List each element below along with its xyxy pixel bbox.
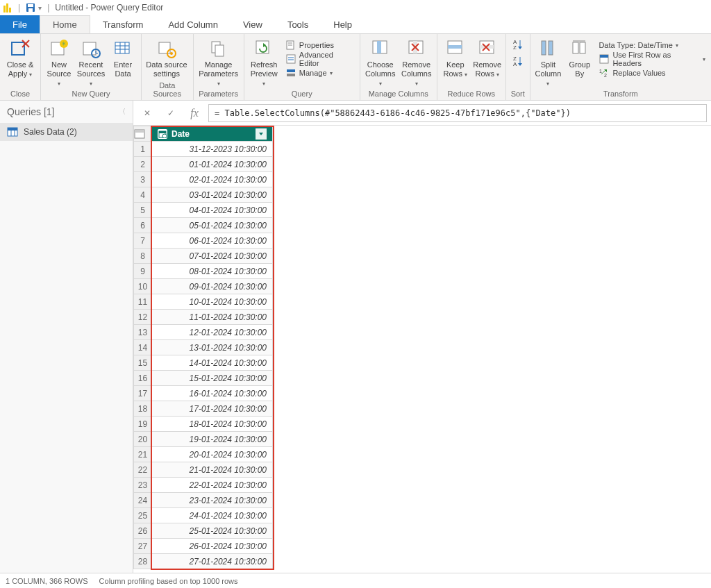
data-type-button[interactable]: Data Type: Date/Time ▾ [596, 38, 708, 52]
cell-date[interactable]: 24-01-2024 10:30:00 [152, 508, 273, 523]
svg-point-23 [170, 52, 173, 55]
row-number[interactable]: 16 [134, 371, 152, 386]
cell-date[interactable]: 02-01-2024 10:30:00 [152, 172, 273, 187]
tab-file[interactable]: File [0, 15, 40, 33]
cell-date[interactable]: 13-01-2024 10:30:00 [152, 340, 273, 355]
cell-date[interactable]: 21-01-2024 10:30:00 [152, 462, 273, 478]
keep-rows-button[interactable]: Keep Rows ▾ [440, 35, 471, 79]
group-by-button[interactable]: Group By [564, 35, 594, 78]
cell-date[interactable]: 15-01-2024 10:30:00 [152, 371, 273, 386]
cell-date[interactable]: 18-01-2024 10:30:00 [152, 417, 273, 432]
cell-date[interactable]: 26-01-2024 10:30:00 [152, 539, 273, 554]
manage-parameters-button[interactable]: Manage Parameters ▾ [196, 35, 241, 88]
row-number[interactable]: 8 [134, 249, 152, 264]
tab-transform[interactable]: Transform [90, 15, 156, 33]
row-number[interactable]: 24 [134, 493, 152, 508]
row-number[interactable]: 20 [134, 432, 152, 447]
data-source-settings-button[interactable]: Data source settings [144, 35, 189, 78]
cell-date[interactable]: 01-01-2024 10:30:00 [152, 157, 273, 172]
cell-date[interactable]: 11-01-2024 10:30:00 [152, 310, 273, 325]
cell-date[interactable]: 31-12-2023 10:30:00 [152, 142, 273, 157]
row-number[interactable]: 10 [134, 279, 152, 294]
choose-columns-button[interactable]: Choose Columns ▾ [363, 35, 398, 88]
tab-tools[interactable]: Tools [275, 15, 321, 33]
row-number[interactable]: 4 [134, 187, 152, 203]
cell-date[interactable]: 10-01-2024 10:30:00 [152, 294, 273, 310]
tab-home[interactable]: Home [40, 15, 90, 33]
ribbon: Close & Apply ▾ Close ✶ New Source ▾ Rec… [0, 33, 711, 101]
split-column-button[interactable]: Split Column ▾ [533, 35, 563, 88]
query-item-sales-data[interactable]: Sales Data (2) [0, 123, 133, 141]
row-number[interactable]: 23 [134, 478, 152, 493]
qat-dropdown-icon[interactable]: ▾ [38, 4, 42, 12]
recent-sources-button[interactable]: Recent Sources ▾ [76, 35, 106, 88]
cell-date[interactable]: 23-01-2024 10:30:00 [152, 493, 273, 508]
row-number[interactable]: 28 [134, 554, 152, 569]
properties-button[interactable]: Properties [283, 38, 357, 52]
cell-date[interactable]: 22-01-2024 10:30:00 [152, 478, 273, 493]
tab-help[interactable]: Help [321, 15, 365, 33]
row-number[interactable]: 26 [134, 523, 152, 539]
cell-date[interactable]: 27-01-2024 10:30:00 [152, 554, 273, 569]
cell-date[interactable]: 05-01-2024 10:30:00 [152, 218, 273, 233]
sort-desc-icon[interactable]: ZA [512, 55, 524, 67]
cell-date[interactable]: 12-01-2024 10:30:00 [152, 325, 273, 340]
enter-data-button[interactable]: Enter Data [108, 35, 138, 78]
refresh-preview-button[interactable]: Refresh Preview ▾ [247, 35, 281, 88]
svg-text:A: A [513, 61, 517, 67]
row-number[interactable]: 15 [134, 355, 152, 371]
cell-date[interactable]: 25-01-2024 10:30:00 [152, 523, 273, 539]
cell-date[interactable]: 19-01-2024 10:30:00 [152, 432, 273, 447]
row-number[interactable]: 12 [134, 310, 152, 325]
advanced-editor-button[interactable]: Advanced Editor [283, 52, 357, 66]
row-number[interactable]: 27 [134, 539, 152, 554]
remove-rows-button[interactable]: Remove Rows ▾ [472, 35, 503, 79]
row-number[interactable]: 18 [134, 401, 152, 417]
tab-view[interactable]: View [231, 15, 275, 33]
fx-icon[interactable]: fx [185, 104, 204, 122]
manage-label: Manage [299, 69, 327, 77]
data-grid[interactable]: Date 131-12-2023 10:30:00201-01-2024 10:… [133, 126, 711, 573]
row-number[interactable]: 25 [134, 508, 152, 523]
row-number[interactable]: 2 [134, 157, 152, 172]
row-number[interactable]: 19 [134, 417, 152, 432]
row-number[interactable]: 1 [134, 142, 152, 157]
row-number[interactable]: 14 [134, 340, 152, 355]
cell-date[interactable]: 16-01-2024 10:30:00 [152, 386, 273, 401]
cell-date[interactable]: 04-01-2024 10:30:00 [152, 203, 273, 218]
cell-date[interactable]: 06-01-2024 10:30:00 [152, 233, 273, 249]
row-number[interactable]: 9 [134, 264, 152, 279]
formula-input[interactable] [208, 104, 707, 122]
new-source-button[interactable]: ✶ New Source ▾ [44, 35, 74, 88]
formula-commit-button[interactable]: ✓ [161, 104, 181, 122]
save-icon[interactable] [26, 3, 35, 12]
manage-button[interactable]: Manage ▾ [283, 66, 357, 80]
row-number[interactable]: 5 [134, 203, 152, 218]
row-number[interactable]: 3 [134, 172, 152, 187]
collapse-queries-icon[interactable]: 〈 [119, 107, 126, 117]
remove-columns-button[interactable]: Remove Columns ▾ [399, 35, 434, 88]
cell-date[interactable]: 17-01-2024 10:30:00 [152, 401, 273, 417]
cell-date[interactable]: 20-01-2024 10:30:00 [152, 447, 273, 462]
sort-asc-icon[interactable]: AZ [512, 38, 524, 51]
formula-cancel-button[interactable]: ✕ [137, 104, 157, 122]
row-number[interactable]: 7 [134, 233, 152, 249]
cell-date[interactable]: 14-01-2024 10:30:00 [152, 355, 273, 371]
cell-date[interactable]: 07-01-2024 10:30:00 [152, 249, 273, 264]
close-apply-button[interactable]: Close & Apply ▾ [3, 35, 37, 79]
cell-date[interactable]: 03-01-2024 10:30:00 [152, 187, 273, 203]
row-number[interactable]: 17 [134, 386, 152, 401]
column-filter-button[interactable] [256, 128, 267, 140]
cell-date[interactable]: 09-01-2024 10:30:00 [152, 279, 273, 294]
row-number[interactable]: 22 [134, 462, 152, 478]
row-number[interactable]: 13 [134, 325, 152, 340]
row-number[interactable]: 11 [134, 294, 152, 310]
replace-values-button[interactable]: 12 Replace Values [596, 66, 708, 80]
row-number[interactable]: 21 [134, 447, 152, 462]
row-number[interactable]: 6 [134, 218, 152, 233]
column-header-date[interactable]: Date [152, 126, 273, 142]
first-row-headers-button[interactable]: Use First Row as Headers ▾ [596, 52, 708, 66]
select-all-corner[interactable] [134, 126, 152, 142]
cell-date[interactable]: 08-01-2024 10:30:00 [152, 264, 273, 279]
tab-add-column[interactable]: Add Column [156, 15, 231, 33]
